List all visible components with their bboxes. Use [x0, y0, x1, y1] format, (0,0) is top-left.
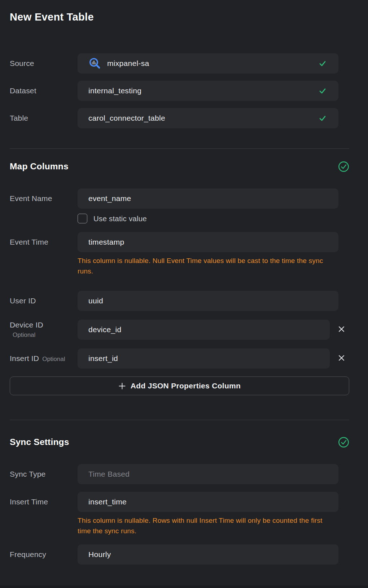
device-id-value: device_id [88, 325, 121, 334]
dataset-field[interactable]: internal_testing [78, 81, 338, 101]
bottom-edge-strip [0, 585, 368, 588]
dataset-value: internal_testing [88, 86, 141, 95]
map-columns-header: Map Columns [10, 160, 349, 173]
event-time-row: Event Time timestamp [10, 232, 349, 252]
user-id-field[interactable]: uuid [78, 291, 338, 311]
use-static-value-row: Use static value [78, 214, 349, 223]
dataset-row: Dataset internal_testing [10, 81, 349, 101]
dataset-label: Dataset [10, 86, 78, 95]
sync-settings-title: Sync Settings [10, 436, 69, 448]
insert-time-value: insert_time [88, 498, 127, 506]
bigquery-search-icon [88, 57, 101, 70]
table-row: Table carol_connector_table [10, 108, 349, 128]
frequency-row: Frequency Hourly [10, 544, 349, 565]
device-id-field[interactable]: device_id [78, 320, 330, 340]
close-icon [338, 326, 345, 334]
user-id-label: User ID [10, 297, 78, 305]
device-id-remove-button[interactable] [333, 320, 349, 340]
user-id-value: uuid [88, 297, 103, 305]
insert-id-remove-button[interactable] [333, 348, 349, 369]
check-icon [318, 114, 327, 122]
source-label: Source [10, 59, 78, 68]
check-icon [318, 86, 327, 95]
plus-icon [118, 382, 126, 390]
table-label: Table [10, 114, 78, 122]
page-title: New Event Table [10, 11, 349, 23]
add-json-properties-label: Add JSON Properties Column [131, 382, 241, 390]
sync-type-field[interactable]: Time Based [78, 464, 338, 484]
device-id-optional-label: Optional [13, 331, 78, 339]
add-json-properties-button[interactable]: Add JSON Properties Column [10, 377, 349, 395]
new-event-table-form: New Event Table Source mixpanel-sa [0, 0, 368, 565]
event-name-field[interactable]: event_name [78, 188, 338, 209]
event-name-row: Event Name event_name [10, 188, 349, 209]
section-divider [10, 420, 349, 420]
event-time-field[interactable]: timestamp [78, 232, 338, 252]
insert-time-label: Insert Time [10, 498, 78, 506]
sync-type-row: Sync Type Time Based [10, 464, 349, 484]
insert-time-row: Insert Time insert_time [10, 492, 349, 512]
insert-id-field[interactable]: insert_id [78, 348, 330, 369]
insert-id-optional-label: Optional [42, 356, 65, 363]
check-icon [318, 59, 327, 68]
section-divider [10, 148, 349, 149]
event-time-warning: This column is nullable. Null Event Time… [78, 256, 328, 276]
user-id-row: User ID uuid [10, 291, 349, 311]
circle-check-icon [338, 161, 349, 172]
table-field[interactable]: carol_connector_table [78, 108, 338, 128]
circle-check-icon [338, 437, 349, 448]
device-id-label: Device ID Optional [10, 321, 78, 339]
insert-id-value: insert_id [88, 354, 118, 363]
use-static-value-checkbox[interactable] [78, 214, 87, 223]
source-field[interactable]: mixpanel-sa [78, 53, 338, 74]
sync-settings-header: Sync Settings [10, 436, 349, 448]
insert-time-warning: This column is nullable. Rows with null … [78, 516, 328, 536]
event-name-value: event_name [88, 194, 131, 203]
insert-id-row: Insert ID Optional insert_id [10, 348, 349, 369]
insert-time-field[interactable]: insert_time [78, 492, 338, 512]
event-time-label: Event Time [10, 238, 78, 246]
map-columns-title: Map Columns [10, 160, 69, 173]
table-value: carol_connector_table [88, 114, 165, 122]
device-id-row: Device ID Optional device_id [10, 320, 349, 340]
frequency-label: Frequency [10, 550, 78, 559]
sync-type-label: Sync Type [10, 470, 78, 478]
source-row: Source mixpanel-sa [10, 53, 349, 74]
event-name-label: Event Name [10, 194, 78, 203]
use-static-value-label: Use static value [93, 214, 147, 223]
frequency-value: Hourly [88, 550, 111, 559]
close-icon [338, 355, 345, 363]
insert-id-label: Insert ID Optional [10, 354, 78, 363]
event-time-value: timestamp [88, 238, 124, 246]
frequency-field[interactable]: Hourly [78, 544, 338, 565]
source-value: mixpanel-sa [107, 59, 149, 68]
sync-type-value: Time Based [88, 470, 130, 478]
